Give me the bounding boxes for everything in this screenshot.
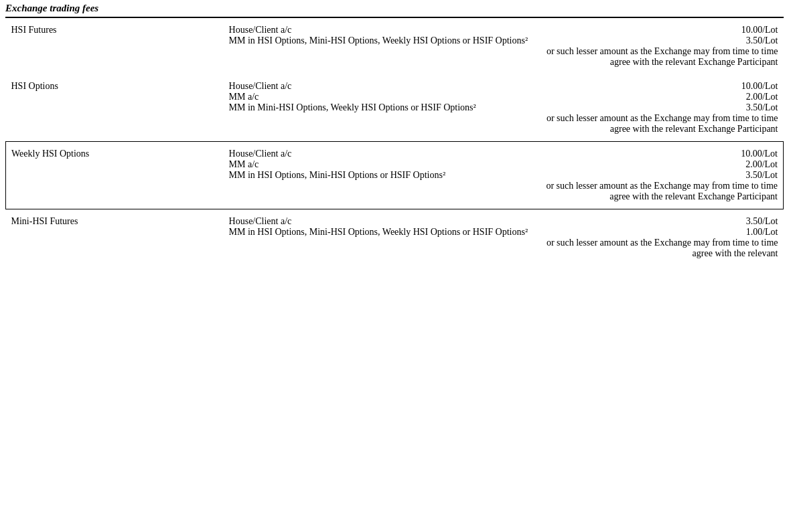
fees-table: HSI FuturesHouse/Client a/cMM in HSI Opt… [5,18,784,266]
type-line: House/Client a/c [229,81,529,92]
fee-amount: 10.00/Lot [540,25,778,35]
table-row: HSI OptionsHouse/Client a/cMM a/cMM in M… [6,74,784,142]
fee-amount: 1.00/Lot [540,227,778,238]
fee-note: or such lesser amount as the Exchange ma… [540,46,778,68]
type-line: House/Client a/c [229,216,529,227]
type-line: MM in HSI Options, Mini-HSI Options or H… [229,170,529,181]
section-title: Exchange trading fees [5,3,784,18]
type-cell: House/Client a/cMM in HSI Options, Mini-… [224,18,534,74]
type-line: MM in HSI Options, Mini-HSI Options, Wee… [229,35,529,46]
fee-amount: 3.50/Lot [540,170,778,181]
fee-amount: 2.00/Lot [540,92,778,102]
fee-cell: 10.00/Lot3.50/Lotor such lesser amount a… [534,18,784,74]
product-cell: HSI Options [6,74,224,142]
product-name: HSI Futures [11,25,57,35]
product-cell: HSI Futures [6,18,224,74]
table-row: Weekly HSI OptionsHouse/Client a/cMM a/c… [6,142,784,209]
type-line: House/Client a/c [229,149,529,159]
type-line: MM in HSI Options, Mini-HSI Options, Wee… [229,227,529,238]
type-line: MM in Mini-HSI Options, Weekly HSI Optio… [229,102,529,113]
fee-amount: 3.50/Lot [540,216,778,227]
type-cell: House/Client a/cMM in HSI Options, Mini-… [224,209,534,266]
product-name: HSI Options [11,81,58,91]
fee-note: or such lesser amount as the Exchange ma… [540,113,778,135]
page-container: Exchange trading fees HSI FuturesHouse/C… [0,0,789,271]
type-line: MM a/c [229,92,529,102]
type-line: House/Client a/c [229,25,529,35]
fee-cell: 10.00/Lot2.00/Lot3.50/Lotor such lesser … [534,74,784,142]
fee-cell: 10.00/Lot2.00/Lot3.50/Lotor such lesser … [534,142,784,209]
fee-note: or such lesser amount as the Exchange ma… [540,238,778,259]
table-row: Mini-HSI FuturesHouse/Client a/cMM in HS… [6,209,784,266]
fee-note: or such lesser amount as the Exchange ma… [540,181,778,202]
fee-amount: 3.50/Lot [540,35,778,46]
fee-amount: 2.00/Lot [540,159,778,170]
fee-amount: 3.50/Lot [540,102,778,113]
product-name: Weekly HSI Options [11,149,89,159]
fee-amount: 10.00/Lot [540,81,778,92]
product-cell: Weekly HSI Options [6,142,224,209]
fee-amount: 10.00/Lot [540,149,778,159]
fee-cell: 3.50/Lot1.00/Lotor such lesser amount as… [534,209,784,266]
type-line: MM a/c [229,159,529,170]
product-cell: Mini-HSI Futures [6,209,224,266]
table-row: HSI FuturesHouse/Client a/cMM in HSI Opt… [6,18,784,74]
type-cell: House/Client a/cMM a/cMM in HSI Options,… [224,142,534,209]
product-name: Mini-HSI Futures [11,216,78,226]
type-cell: House/Client a/cMM a/cMM in Mini-HSI Opt… [224,74,534,142]
